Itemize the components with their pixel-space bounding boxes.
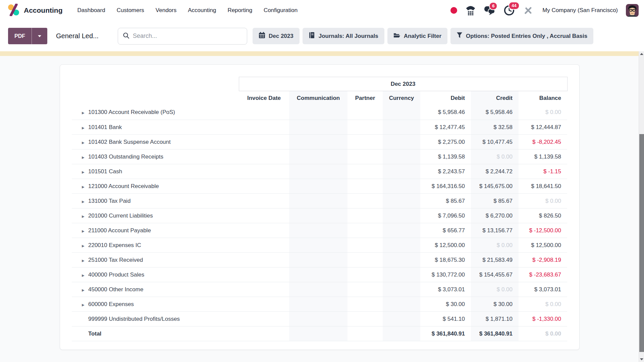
- vertical-scrollbar[interactable]: [639, 51, 644, 362]
- table-row[interactable]: ▶251000 Tax Received $ 18,675.30 $ 21,58…: [72, 253, 567, 267]
- currency-cell: [383, 238, 420, 253]
- journals-filter-button[interactable]: Journals: All Journals: [303, 28, 384, 44]
- currency-cell: [383, 208, 420, 223]
- expand-caret-icon[interactable]: ▶: [82, 244, 88, 248]
- menu-customers[interactable]: Customers: [117, 7, 144, 14]
- expand-caret-icon[interactable]: ▶: [82, 303, 88, 307]
- analytic-filter-button[interactable]: Analytic Filter: [387, 28, 447, 44]
- expand-caret-icon[interactable]: ▶: [82, 288, 88, 292]
- user-avatar[interactable]: [626, 4, 639, 17]
- expand-caret-icon[interactable]: ▶: [82, 126, 88, 130]
- expand-caret-icon[interactable]: ▶: [82, 170, 88, 174]
- expand-caret-icon[interactable]: ▶: [82, 185, 88, 189]
- invoice-date-cell: [239, 238, 289, 253]
- menu-vendors[interactable]: Vendors: [156, 7, 176, 14]
- credit-value: $ 13,156.77: [471, 223, 519, 238]
- menu-dashboard[interactable]: Dashboard: [77, 7, 105, 14]
- debit-value: $ 12,500.00: [420, 238, 471, 253]
- col-balance: Balance: [519, 91, 567, 105]
- table-row[interactable]: ▶131000 Tax Paid $ 85.67 $ 85.67 $ 0.00: [72, 194, 567, 208]
- expand-caret-icon[interactable]: ▶: [82, 156, 88, 159]
- expand-caret-icon[interactable]: ▶: [82, 111, 88, 115]
- search-box[interactable]: [118, 28, 247, 45]
- expand-caret-icon[interactable]: ▶: [82, 274, 88, 277]
- expand-caret-icon[interactable]: ▶: [82, 215, 88, 218]
- expand-caret-icon[interactable]: ▶: [82, 200, 88, 203]
- col-partner: Partner: [347, 91, 383, 105]
- credit-value: $ 0.00: [471, 282, 519, 297]
- table-row[interactable]: ▶101403 Outstanding Receipts $ 1,139.58 …: [72, 149, 567, 164]
- table-total-row[interactable]: ▶Total $ 361,840.91 $ 361,840.91 $ 0.00: [72, 326, 567, 341]
- table-row[interactable]: ▶101300 Account Receivable (PoS) $ 5,958…: [72, 105, 567, 120]
- account-name: 101401 Bank: [88, 124, 122, 130]
- communication-cell: [289, 208, 347, 223]
- account-name: 211000 Account Payable: [88, 227, 151, 234]
- table-row[interactable]: ▶400000 Product Sales $ 130,772.00 $ 154…: [72, 267, 567, 282]
- menu-reporting[interactable]: Reporting: [227, 7, 252, 14]
- table-row[interactable]: ▶101402 Bank Suspense Account $ 2,275.00…: [72, 135, 567, 149]
- balance-value: $ 18,641.50: [519, 179, 567, 194]
- communication-cell: [289, 223, 347, 238]
- report-card: Dec 2023 Invoice Date Communication Part…: [60, 64, 580, 350]
- debit-value: $ 361,840.91: [420, 326, 471, 341]
- date-filter-button[interactable]: Dec 2023: [253, 28, 300, 44]
- account-name: 201000 Current Liabilities: [88, 213, 153, 219]
- account-name: 600000 Expenses: [88, 301, 134, 307]
- communication-cell: [289, 297, 347, 312]
- table-row[interactable]: ▶600000 Expenses $ 30.00 $ 30.00 $ 0.00: [72, 297, 567, 312]
- invoice-date-cell: [239, 164, 289, 179]
- account-name: 101300 Account Receivable (PoS): [88, 109, 175, 115]
- menu-accounting[interactable]: Accounting: [188, 7, 216, 14]
- messages-icon[interactable]: 6: [484, 5, 495, 16]
- currency-cell: [383, 149, 420, 164]
- company-selector[interactable]: My Company (San Francisco): [542, 7, 618, 14]
- pdf-dropdown-button[interactable]: [32, 28, 47, 44]
- scroll-up-arrow-icon[interactable]: [640, 53, 643, 55]
- balance-value: $ 12,500.00: [519, 238, 567, 253]
- expand-caret-icon[interactable]: ▶: [82, 141, 88, 144]
- scroll-down-arrow-icon[interactable]: [640, 358, 643, 360]
- menu-configuration[interactable]: Configuration: [264, 7, 298, 14]
- table-row[interactable]: ▶101401 Bank $ 12,477.45 $ 32.58 $ 12,44…: [72, 120, 567, 135]
- account-name: 101402 Bank Suspense Account: [88, 139, 171, 145]
- invoice-date-cell: [239, 326, 289, 341]
- table-row[interactable]: ▶121000 Account Receivable $ 164,316.50 …: [72, 179, 567, 194]
- record-indicator-icon[interactable]: [450, 7, 457, 14]
- search-input[interactable]: [133, 33, 242, 40]
- expand-caret-icon[interactable]: ▶: [82, 259, 88, 262]
- debit-value: $ 2,243.57: [420, 164, 471, 179]
- balance-value: $ -2,908.19: [519, 253, 567, 267]
- table-row[interactable]: ▶450000 Other Income $ 3,073.01 $ 0.00 $…: [72, 282, 567, 297]
- credit-value: $ 10,477.45: [471, 135, 519, 149]
- debit-value: $ 30.00: [420, 297, 471, 312]
- debit-value: $ 164,316.50: [420, 179, 471, 194]
- options-filter-label: Options: Posted Entries Only , Accrual B…: [466, 33, 587, 40]
- phone-icon[interactable]: [465, 5, 476, 16]
- date-filter-label: Dec 2023: [269, 33, 293, 40]
- app-switcher[interactable]: Accounting: [7, 4, 63, 17]
- debit-value: $ 85.67: [420, 194, 471, 208]
- table-row[interactable]: ▶999999 Undistributed Profits/Losses $ 5…: [72, 312, 567, 326]
- table-row[interactable]: ▶211000 Account Payable $ 656.77 $ 13,15…: [72, 223, 567, 238]
- scrollbar-thumb[interactable]: [639, 134, 644, 352]
- partner-cell: [347, 238, 383, 253]
- expand-caret-icon[interactable]: ▶: [82, 229, 88, 233]
- invoice-date-cell: [239, 179, 289, 194]
- credit-value: $ 5,958.46: [471, 105, 519, 120]
- activities-clock-icon[interactable]: 44: [503, 5, 515, 16]
- pdf-button[interactable]: PDF: [8, 28, 32, 44]
- account-name: 131000 Tax Paid: [88, 198, 130, 204]
- credit-value: $ 32.58: [471, 120, 519, 135]
- currency-cell: [383, 297, 420, 312]
- debit-value: $ 5,958.46: [420, 105, 471, 120]
- partner-cell: [347, 120, 383, 135]
- options-filter-button[interactable]: Options: Posted Entries Only , Accrual B…: [450, 28, 593, 44]
- table-row[interactable]: ▶101501 Cash $ 2,243.57 $ 2,244.72 $ -1.…: [72, 164, 567, 179]
- currency-cell: [383, 120, 420, 135]
- communication-cell: [289, 253, 347, 267]
- invoice-date-cell: [239, 282, 289, 297]
- table-row[interactable]: ▶201000 Current Liabilities $ 7,096.50 $…: [72, 208, 567, 223]
- invoice-date-cell: [239, 208, 289, 223]
- tools-icon[interactable]: [523, 5, 533, 15]
- table-row[interactable]: ▶220010 Expenses IC $ 12,500.00 $ 0.00 $…: [72, 238, 567, 253]
